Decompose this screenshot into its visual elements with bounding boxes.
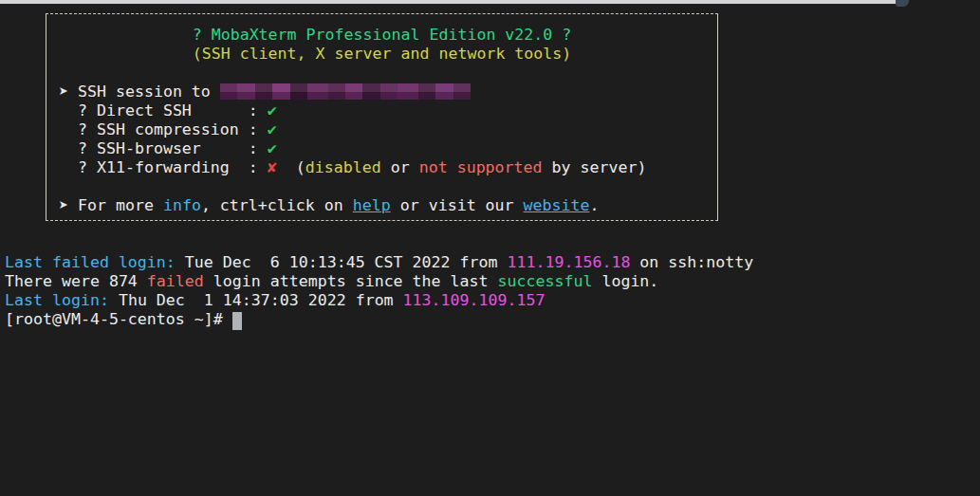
redacted-host: [220, 83, 471, 100]
website-link[interactable]: website: [524, 196, 590, 214]
arrow-icon: ➤: [59, 196, 68, 214]
blank-line: [59, 177, 705, 196]
feature-line-x11-forwarding: ? X11-forwarding : ✘ (disabled or not su…: [59, 158, 705, 177]
x11-note-open: (: [277, 158, 305, 176]
last-login-date: Thu Dec 1 14:37:03 2022 from: [109, 291, 403, 309]
terminal-cursor[interactable]: [232, 312, 242, 330]
cross-icon: ✘: [268, 158, 277, 176]
help-link[interactable]: help: [353, 196, 391, 214]
feature-line-ssh-browser: ? SSH-browser : ✔: [59, 139, 705, 158]
attempts-successful-word: successful: [498, 272, 593, 290]
info-highlight: info: [163, 196, 201, 214]
attempts-text: login attempts since the last: [204, 272, 498, 290]
feature-label: ? SSH-browser :: [59, 139, 268, 157]
check-icon: ✔: [268, 101, 277, 119]
check-icon: ✔: [268, 139, 277, 157]
window-chrome-strip: [0, 0, 907, 4]
last-login-label: Last login:: [5, 291, 109, 309]
ssh-session-line: ➤ SSH session to: [59, 83, 705, 101]
x11-note-close: by server): [543, 158, 647, 176]
attempts-failed-word: failed: [147, 272, 204, 290]
blank-line: [59, 64, 705, 83]
info-line: ➤ For more info, ctrl+click on help or v…: [59, 196, 705, 215]
feature-line-direct-ssh: ? Direct SSH : ✔: [59, 101, 705, 120]
last-failed-login-date: Tue Dec 6 10:13:45 CST 2022 from: [176, 253, 508, 271]
info-text: , ctrl+click on: [201, 196, 353, 214]
last-login-ip: 113.109.109.157: [403, 291, 545, 309]
attempts-text: There were 874: [5, 272, 147, 290]
attempts-text: login.: [592, 272, 658, 290]
failed-attempts-line: There were 874 failed login attempts sin…: [5, 272, 753, 291]
last-failed-login-label: Last failed login:: [5, 253, 176, 271]
ssh-session-label: SSH session to: [68, 83, 220, 101]
last-failed-login-ip: 111.19.156.18: [508, 253, 631, 271]
feature-label: ? X11-forwarding :: [59, 158, 268, 176]
feature-label: ? SSH compression :: [59, 120, 268, 138]
window-chrome-strip-cap: [896, 0, 909, 7]
last-login-line: Last login: Thu Dec 1 14:37:03 2022 from…: [5, 291, 753, 310]
x11-note-or: or: [381, 158, 419, 176]
banner-subtitle: (SSH client, X server and network tools): [59, 45, 705, 64]
feature-line-ssh-compression: ? SSH compression : ✔: [59, 120, 705, 139]
last-failed-login-tail: on ssh:notty: [630, 253, 753, 271]
info-text: For more: [68, 196, 163, 214]
info-text: or visit our: [391, 196, 524, 214]
x11-notsupported-text: not supported: [419, 158, 543, 176]
last-failed-login-line: Last failed login: Tue Dec 6 10:13:45 CS…: [5, 253, 753, 272]
prompt-line[interactable]: [root@VM-4-5-centos ~]#: [5, 310, 753, 329]
arrow-icon: ➤: [59, 83, 68, 101]
x11-disabled-text: disabled: [305, 158, 381, 176]
terminal-output: Last failed login: Tue Dec 6 10:13:45 CS…: [5, 253, 753, 329]
info-text: .: [590, 196, 600, 214]
shell-prompt: [root@VM-4-5-centos ~]#: [5, 310, 232, 328]
terminal-screen[interactable]: { "theme": { "background": "#1d1d1d", "f…: [0, 0, 980, 496]
banner-title: ? MobaXterm Professional Edition v22.0 ?: [59, 26, 705, 45]
mobaxterm-banner: ? MobaXterm Professional Edition v22.0 ?…: [46, 13, 718, 221]
check-icon: ✔: [268, 120, 277, 138]
feature-label: ? Direct SSH :: [59, 101, 268, 119]
